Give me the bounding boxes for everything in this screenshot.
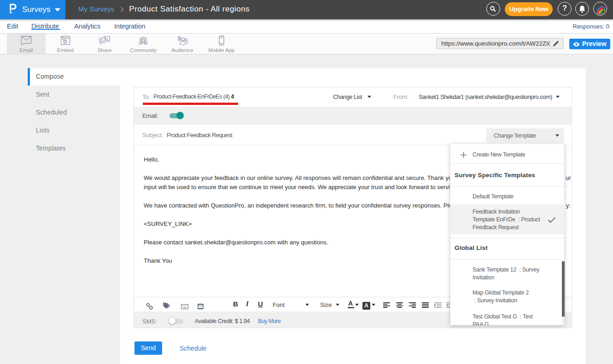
svg-text:$: $	[178, 35, 181, 42]
